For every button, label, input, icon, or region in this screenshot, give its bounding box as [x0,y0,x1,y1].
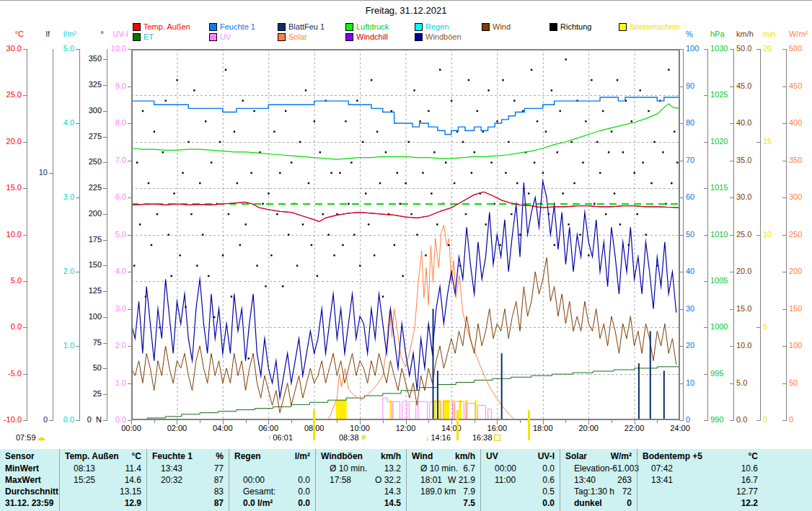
table-column-regen: Regenl/m²00:000.0Gesamt:0.00.0 l/m²0.0 [229,449,315,511]
cell-time: 18:01 [412,474,442,486]
legend-item-solar: Solar [278,32,307,41]
up-arrow-icon: ↑ [268,434,272,442]
axis-tick [782,161,786,161]
daylight-guide-line [313,410,315,440]
moonrise-time-label: 06:01 [273,433,294,442]
column-unit: % [216,450,224,463]
legend-item-windb-en: Windböen [415,32,462,41]
axis-line-kmh [733,49,734,421]
column-unit: km/h [381,450,401,463]
table-row: 7.5 [412,497,475,509]
row-label-text: Durchschnitt [5,486,58,497]
column-unit: l/m² [295,450,310,463]
axis-tick [782,346,786,347]
axis-line-wm2 [786,49,787,421]
axis-tick-label-hum: 80 [686,119,719,127]
dawn-time: 07:59 ☁ [16,433,45,442]
axis-tick [730,123,733,124]
table-row: 0.0 l/m²0.0 [234,497,310,509]
axis-tick-label-wm2: 0 [789,416,812,424]
axis-tick-label-uvl: 0.0 [94,416,126,424]
cell-time [486,486,495,497]
axis-tick-label-uvl: 9.0 [94,82,126,90]
axis-tick [103,111,107,112]
column-unit: UV-I [538,450,555,463]
column-name: Wind [412,450,433,463]
table-column-header: Temp. Außen°C [65,450,141,463]
column-name: UV [486,450,498,463]
legend-item-richtung: Richtung [550,22,591,31]
axis-line-temp [27,49,27,421]
axis-tick-label-dir: 225 [70,184,102,192]
axis-tick-label-min: 5 [763,323,796,331]
table-row-label: MaxWert [5,474,54,486]
axis-tick-label-hum: 90 [686,82,719,90]
sun-icon: ☀ [361,434,368,442]
table-row: 07:4210.6 [643,463,758,474]
table-row: Gesamt:0.0 [234,486,310,497]
axis-tick [756,142,760,143]
axis-tick [23,327,27,328]
cell-time [643,486,651,497]
cell-time: 11:00 [486,474,516,486]
axis-line-hum [683,49,684,421]
axis-tick [730,420,733,421]
table-row-label: MinWert [5,463,54,474]
table-column-header: Regenl/m² [234,450,310,463]
table-row-label: Sensor [5,450,54,463]
axis-tick-label-kmh: 5.0 [736,379,769,387]
cell-value: 11.4 [125,463,141,474]
cell-value: 12.9 [125,497,141,509]
table-row: 12.77 [643,486,758,497]
moonrise-marker: ↑06:01 [268,433,293,442]
axis-tick [730,235,733,236]
legend-label: Windböen [425,32,462,41]
legend-color-swatch [209,33,217,41]
axis-tick-label-hum: 10 [686,379,719,387]
axis-tick [704,188,707,189]
cell-time: Ø 10 min. [412,463,458,474]
legend-label: Temp. Außen [144,22,190,31]
legend-item-regen: Regen [415,22,449,31]
table-column-header: Feuchte 1% [152,450,224,463]
table-row: 87 [152,497,224,509]
axis-tick-label-wm2: 500 [789,45,812,53]
cell-value: -61.003 [609,463,639,474]
axis-tick-label-wm2: 200 [789,267,812,275]
axis-tick-label-dir: 300 [70,107,102,115]
axis-tick [704,374,707,375]
cell-value: 0 [627,497,632,509]
axis-tick [756,235,760,236]
cloud-icon: ☁ [37,434,45,442]
column-name: Regen [234,450,261,463]
table-row: 83 [152,486,224,497]
legend-label: Wind [493,22,511,31]
table-row: 15:2514.6 [65,474,141,486]
axis-tick-label-temp: -5.0 [0,370,22,378]
cell-value: 7.5 [463,497,475,509]
table-column-solar: SolarW/m²Elevation-61.00313:40263Tag:1:3… [560,449,637,511]
legend-color-swatch [345,23,353,31]
table-row: Elevation-61.003 [565,463,632,474]
daylight-guide-line [456,410,459,440]
row-label-text: MinWert [5,463,39,474]
legend-label: Feuchte 1 [220,22,255,31]
column-unit: °C [749,450,758,463]
table-row: 11:000.6 [486,474,555,486]
axis-tick-label-wm2: 150 [789,305,812,313]
legend-label: Regen [425,22,449,31]
axis-tick [23,49,27,50]
axis-tick-label-hum: 70 [686,156,719,164]
axis-tick-label-temp: 10.0 [0,231,22,239]
axis-tick [704,49,707,50]
axis-header-uvl: UV-I [100,30,128,38]
axis-tick [103,291,107,292]
column-name: Solar [565,450,587,463]
axis-tick [23,95,27,96]
legend-color-swatch [550,23,557,31]
legend-color-swatch [345,33,353,41]
column-name: Feuchte 1 [152,450,193,463]
cell-time [321,497,330,509]
axis-tick-label-dir: 25 [70,390,102,398]
axis-tick [49,173,53,174]
